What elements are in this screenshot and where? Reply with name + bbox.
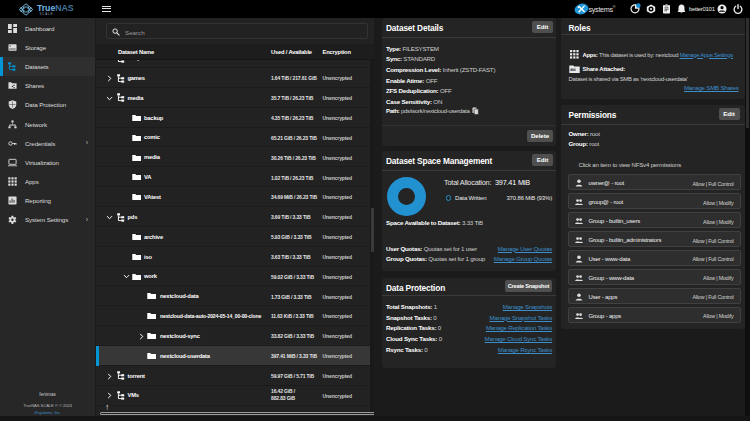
svg-text:SMB: SMB [570, 67, 576, 71]
